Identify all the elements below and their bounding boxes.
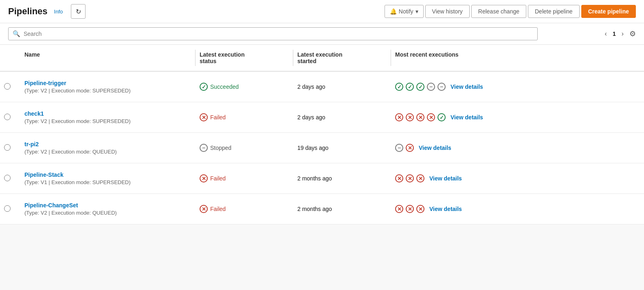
col-executions: Most recent executions (391, 50, 644, 66)
pipeline-name-link-0[interactable]: Pipeline-trigger (24, 80, 191, 86)
status-label: − Stopped (200, 144, 289, 152)
notify-button[interactable]: 🔔 Notify ▾ (385, 5, 424, 18)
view-details-link-1[interactable]: View details (451, 114, 483, 121)
top-bar: Pipelines Info ↻ 🔔 Notify ▾ View history… (0, 0, 644, 23)
table-body: Pipeline-trigger (Type: V2 | Execution m… (0, 72, 644, 224)
status-succeeded-icon: ✓ (200, 83, 208, 91)
pipeline-meta-3: (Type: V1 | Execution mode: SUPERSEDED) (24, 179, 191, 185)
started-text-4: 2 months ago (297, 206, 332, 212)
executions-cell-4: ✕✕✕ View details (391, 203, 644, 215)
page-number: 1 (613, 31, 616, 37)
started-cell-2: 19 days ago (293, 143, 391, 153)
row-radio-0 (0, 81, 20, 92)
status-succeeded-icon: ✓ (416, 83, 424, 91)
pipeline-name-cell-4: Pipeline-ChangeSet (Type: V2 | Execution… (20, 200, 196, 218)
next-page-button[interactable]: › (619, 29, 626, 39)
started-cell-4: 2 months ago (293, 204, 391, 214)
execution-icons-4: ✕✕✕ View details (395, 205, 640, 213)
status-failed-icon: ✕ (416, 205, 424, 213)
table-row: Pipeline-trigger (Type: V2 | Execution m… (0, 72, 644, 102)
status-text: Succeeded (210, 83, 239, 90)
delete-pipeline-button[interactable]: Delete pipeline (528, 5, 580, 18)
started-cell-3: 2 months ago (293, 174, 391, 183)
status-cell-3: ✕ Failed (196, 173, 293, 184)
pipeline-name-link-4[interactable]: Pipeline-ChangeSet (24, 202, 191, 209)
status-failed-icon: ✕ (200, 113, 208, 121)
view-details-link-4[interactable]: View details (429, 206, 462, 212)
select-radio-4[interactable] (4, 205, 11, 212)
search-input[interactable] (24, 31, 533, 37)
info-link[interactable]: Info (54, 9, 63, 15)
create-pipeline-button[interactable]: Create pipeline (581, 5, 636, 18)
view-history-button[interactable]: View history (425, 5, 470, 18)
chevron-down-icon: ▾ (415, 8, 418, 15)
status-cell-1: ✕ Failed (196, 112, 293, 123)
top-actions: 🔔 Notify ▾ View history Release change D… (385, 5, 636, 18)
executions-cell-2: −✕ View details (391, 142, 644, 154)
notify-label: Notify (399, 8, 413, 15)
prev-page-button[interactable]: ‹ (602, 29, 609, 39)
refresh-button[interactable]: ↻ (71, 4, 86, 19)
pipeline-meta-4: (Type: V2 | Execution mode: QUEUED) (24, 210, 191, 216)
status-succeeded-icon: ✓ (406, 83, 414, 91)
execution-icons-2: −✕ View details (395, 144, 640, 152)
row-radio-1 (0, 112, 20, 123)
view-details-link-3[interactable]: View details (429, 175, 462, 182)
status-failed-icon: ✕ (406, 174, 414, 182)
view-details-link-2[interactable]: View details (419, 145, 451, 151)
col-started: Latest executionstarted (293, 50, 391, 66)
release-change-button[interactable]: Release change (471, 5, 526, 18)
started-cell-0: 2 days ago (293, 82, 391, 92)
status-failed-icon: ✕ (416, 174, 424, 182)
pipeline-name-link-1[interactable]: check1 (24, 110, 191, 117)
started-text-2: 19 days ago (297, 145, 328, 151)
status-label: ✕ Failed (200, 205, 289, 213)
started-cell-1: 2 days ago (293, 112, 391, 122)
started-text-0: 2 days ago (297, 83, 325, 90)
pipeline-name-link-3[interactable]: Pipeline-Stack (24, 171, 191, 178)
table-row: check1 (Type: V2 | Execution mode: SUPER… (0, 102, 644, 133)
pipeline-meta-1: (Type: V2 | Execution mode: SUPERSEDED) (24, 118, 191, 124)
table-settings-icon[interactable]: ⚙ (629, 29, 636, 38)
status-stopped-icon: − (200, 144, 208, 152)
status-stopped-icon: − (427, 83, 435, 91)
status-label: ✕ Failed (200, 174, 289, 182)
status-succeeded-icon: ✓ (395, 83, 403, 91)
status-failed-icon: ✕ (395, 205, 403, 213)
table-row: Pipeline-ChangeSet (Type: V2 | Execution… (0, 194, 644, 224)
status-failed-icon: ✕ (395, 174, 403, 182)
pipeline-meta-2: (Type: V2 | Execution mode: QUEUED) (24, 149, 191, 155)
table-row: tr-pi2 (Type: V2 | Execution mode: QUEUE… (0, 133, 644, 163)
select-radio-3[interactable] (4, 175, 11, 181)
executions-cell-0: ✓✓✓−− View details (391, 81, 644, 92)
started-text-1: 2 days ago (297, 114, 325, 121)
status-failed-icon: ✕ (395, 113, 403, 121)
executions-cell-1: ✕✕✕✕✓ View details (391, 112, 644, 123)
execution-icons-3: ✕✕✕ View details (395, 174, 640, 182)
pipeline-meta-0: (Type: V2 | Execution mode: SUPERSEDED) (24, 88, 191, 94)
executions-cell-3: ✕✕✕ View details (391, 173, 644, 184)
col-name: Name (20, 50, 196, 66)
pagination: ‹ 1 › ⚙ (602, 29, 636, 39)
view-details-link-0[interactable]: View details (451, 83, 483, 90)
status-label: ✕ Failed (200, 113, 289, 121)
status-text: Stopped (210, 145, 231, 151)
pipeline-name-link-2[interactable]: tr-pi2 (24, 141, 191, 147)
page-title: Pipelines (8, 6, 48, 17)
select-radio-1[interactable] (4, 114, 11, 120)
pipelines-table: Name Latest executionstatus Latest execu… (0, 45, 644, 224)
status-failed-icon: ✕ (200, 174, 208, 182)
select-radio-0[interactable] (4, 83, 11, 90)
col-select (0, 50, 20, 66)
search-bar: 🔍 ‹ 1 › ⚙ (0, 23, 644, 45)
status-cell-4: ✕ Failed (196, 203, 293, 215)
status-label: ✓ Succeeded (200, 83, 289, 91)
pipeline-name-cell-1: check1 (Type: V2 | Execution mode: SUPER… (20, 109, 196, 126)
pipeline-name-cell-0: Pipeline-trigger (Type: V2 | Execution m… (20, 78, 196, 95)
status-text: Failed (210, 114, 226, 121)
status-failed-icon: ✕ (406, 205, 414, 213)
refresh-icon: ↻ (76, 8, 81, 15)
select-radio-2[interactable] (4, 144, 11, 151)
started-text-3: 2 months ago (297, 175, 332, 182)
status-succeeded-icon: ✓ (437, 113, 446, 121)
